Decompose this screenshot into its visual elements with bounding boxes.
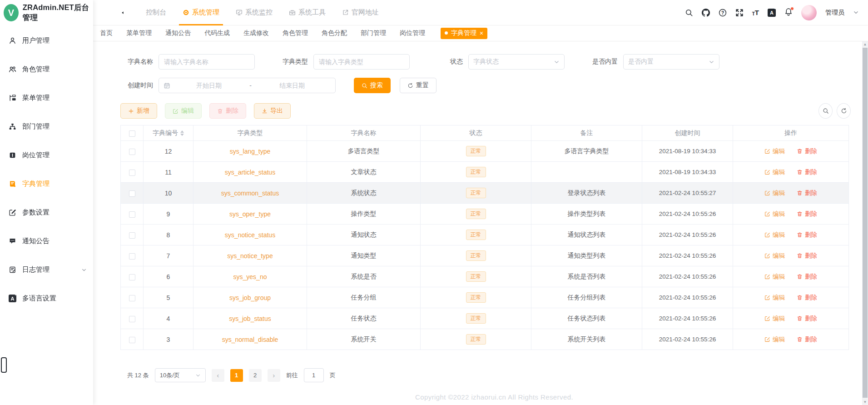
row-edit-button[interactable]: 编辑 (764, 189, 785, 197)
tab-active[interactable]: 字典管理× (441, 28, 487, 39)
scrollbar-thumb[interactable] (863, 48, 868, 398)
nav-item-5[interactable]: 官网地址 (334, 0, 387, 25)
user-avatar[interactable] (801, 5, 817, 20)
nav-item-3[interactable]: 系统监控 (228, 0, 281, 25)
tab-3[interactable]: 通知公告 (165, 29, 191, 37)
sidebar-item-2[interactable]: 角色管理 (0, 55, 93, 84)
row-delete-button[interactable]: 删除 (797, 315, 817, 323)
tab-6[interactable]: 角色管理 (283, 29, 308, 37)
row-checkbox[interactable] (129, 232, 135, 239)
github-icon[interactable] (702, 9, 710, 17)
tab-2[interactable]: 菜单管理 (126, 29, 152, 37)
row-checkbox[interactable] (129, 211, 135, 218)
row-checkbox[interactable] (129, 170, 135, 176)
dict-name-input[interactable] (159, 54, 255, 70)
tab-7[interactable]: 角色分配 (322, 29, 347, 37)
nav-item-1[interactable]: 控制台 (138, 0, 174, 25)
scroll-up-arrow[interactable]: ▲ (862, 41, 868, 47)
row-checkbox[interactable] (129, 337, 135, 343)
dict-type-link[interactable]: sys_notice_type (227, 252, 273, 260)
row-checkbox[interactable] (129, 274, 135, 280)
next-page-button[interactable]: › (268, 369, 280, 382)
tab-4[interactable]: 代码生成 (204, 29, 230, 37)
nav-item-2[interactable]: 系统管理 (174, 0, 228, 25)
sidebar-item-10[interactable]: A˟多语言设置 (0, 284, 93, 313)
fullscreen-icon[interactable] (735, 9, 744, 17)
page-size-select[interactable]: 10条/页 (155, 368, 206, 382)
tab-8[interactable]: 部门管理 (361, 29, 386, 37)
export-button[interactable]: 导出 (254, 103, 291, 119)
row-delete-button[interactable]: 删除 (797, 168, 817, 176)
row-delete-button[interactable]: 删除 (797, 189, 817, 197)
sidebar-drag-handle[interactable] (1, 357, 7, 373)
row-delete-button[interactable]: 删除 (797, 231, 817, 239)
row-edit-button[interactable]: 编辑 (764, 168, 785, 176)
close-icon[interactable]: × (480, 31, 483, 35)
row-delete-button[interactable]: 删除 (797, 147, 817, 155)
dict-type-link[interactable]: sys_yes_no (233, 273, 267, 280)
sort-toggle[interactable] (180, 129, 184, 138)
row-edit-button[interactable]: 编辑 (764, 252, 785, 260)
dict-type-link[interactable]: sys_lang_type (230, 148, 271, 155)
scroll-down-arrow[interactable]: ▼ (862, 399, 868, 405)
row-delete-button[interactable]: 删除 (797, 273, 817, 281)
add-button[interactable]: 新增 (120, 103, 157, 119)
tab-5[interactable]: 生成修改 (243, 29, 269, 37)
tab-1[interactable]: 首页 (100, 29, 113, 37)
sidebar-item-8[interactable]: 通知公告 (0, 227, 93, 255)
dict-type-link[interactable]: sys_common_status (221, 190, 279, 197)
edit-button[interactable]: 编辑 (165, 103, 202, 119)
end-date-input[interactable] (253, 82, 331, 89)
row-checkbox[interactable] (129, 149, 135, 155)
dict-type-link[interactable]: sys_article_status (225, 169, 275, 176)
nav-item-4[interactable]: 系统工具 (281, 0, 334, 25)
row-edit-button[interactable]: 编辑 (764, 147, 785, 155)
start-date-input[interactable] (170, 82, 248, 89)
row-edit-button[interactable]: 编辑 (764, 273, 785, 281)
row-edit-button[interactable]: 编辑 (764, 210, 785, 218)
help-icon[interactable] (719, 9, 727, 17)
page-button-1[interactable]: 1 (230, 369, 243, 382)
search-button[interactable]: 搜索 (354, 78, 391, 93)
tab-9[interactable]: 岗位管理 (400, 29, 425, 37)
row-checkbox[interactable] (129, 253, 135, 260)
select-all-checkbox[interactable] (129, 130, 135, 137)
date-range-picker[interactable]: - (159, 78, 336, 93)
sidebar-item-7[interactable]: 参数设置 (0, 198, 93, 227)
row-delete-button[interactable]: 删除 (797, 252, 817, 260)
user-name[interactable]: 管理员 (825, 9, 844, 17)
dict-type-link[interactable]: sys_normal_disable (222, 336, 278, 343)
dict-type-link[interactable]: sys_job_status (229, 315, 271, 322)
sidebar-item-6[interactable]: 字典管理 (0, 170, 93, 198)
show-search-toggle-button[interactable] (818, 103, 833, 119)
row-checkbox[interactable] (129, 295, 135, 301)
font-size-icon[interactable]: TT (752, 9, 759, 16)
bell-icon[interactable] (784, 8, 793, 18)
dict-type-input[interactable] (313, 54, 410, 70)
refresh-table-button[interactable] (837, 103, 851, 119)
sidebar-item-5[interactable]: 岗位管理 (0, 141, 93, 170)
sidebar-item-9[interactable]: 日志管理 (0, 255, 93, 284)
dict-type-link[interactable]: sys_oper_type (229, 210, 271, 218)
sidebar-item-1[interactable]: 用户管理 (0, 26, 93, 55)
row-delete-button[interactable]: 删除 (797, 294, 817, 302)
reset-button[interactable]: 重置 (400, 78, 436, 93)
app-logo[interactable]: V ZRAdmin.NET后台管理 (0, 0, 93, 25)
delete-button[interactable]: 删除 (209, 103, 246, 119)
goto-page-input[interactable] (304, 368, 324, 382)
row-edit-button[interactable]: 编辑 (764, 231, 785, 239)
builtin-select[interactable]: 是否内置 (623, 54, 719, 70)
sidebar-item-3[interactable]: 菜单管理 (0, 84, 93, 112)
row-checkbox[interactable] (129, 316, 135, 322)
dict-type-link[interactable]: sys_job_group (229, 294, 271, 301)
row-edit-button[interactable]: 编辑 (764, 315, 785, 323)
dict-type-link[interactable]: sys_notice_status (225, 231, 275, 239)
row-checkbox[interactable] (129, 190, 135, 197)
sidebar-item-4[interactable]: 部门管理 (0, 112, 93, 141)
row-delete-button[interactable]: 删除 (797, 335, 817, 344)
search-icon[interactable] (685, 9, 693, 17)
row-delete-button[interactable]: 删除 (797, 210, 817, 218)
translate-icon[interactable]: A˟ (768, 9, 776, 17)
row-edit-button[interactable]: 编辑 (764, 294, 785, 302)
status-select[interactable]: 字典状态 (468, 54, 565, 70)
